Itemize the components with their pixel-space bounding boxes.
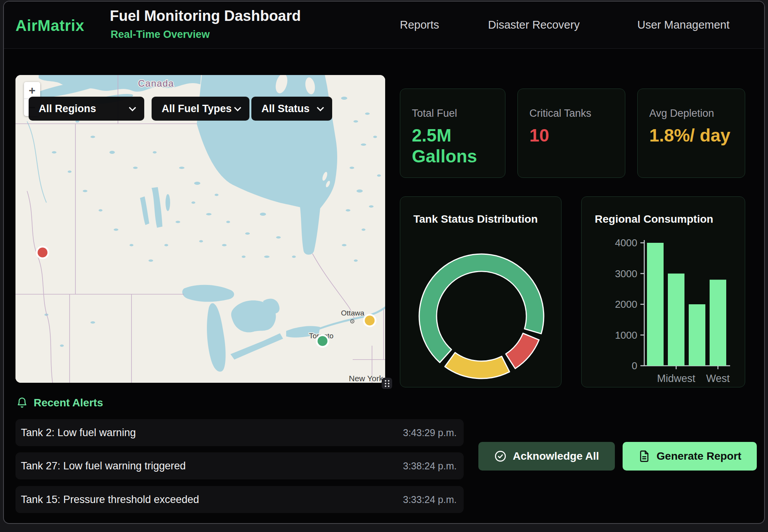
alert-timestamp: 3:43:29 p.m. <box>403 427 457 438</box>
app-header: AirMatrix Fuel Monitoring Dashboard Real… <box>4 2 764 49</box>
kpi-value: 1.8%/ day <box>649 125 732 146</box>
y-tick-label: 2000 <box>615 298 637 310</box>
tank-status-chart-card: Tank Status Distribution <box>400 196 561 387</box>
alert-row[interactable]: Tank 2: Low fuel warning 3:43:29 p.m. <box>15 419 464 446</box>
bar-0 <box>647 243 664 366</box>
kpi-total-fuel: Total Fuel 2.5M Gallons <box>400 89 505 178</box>
kpi-label: Total Fuel <box>412 107 493 119</box>
alerts-heading-label: Recent Alerts <box>34 397 103 409</box>
kpi-avg-depletion: Avg Depletion 1.8%/ day <box>637 89 745 178</box>
tank-marker-normal[interactable] <box>317 335 328 347</box>
chart-title: Tank Status Distribution <box>413 213 538 225</box>
chevron-down-icon <box>129 104 136 111</box>
map-label-new-york: New York <box>349 374 383 383</box>
kpi-value: 10 <box>529 125 613 146</box>
fuel-type-filter-value: All Fuel Types <box>162 103 232 115</box>
fuel-type-filter-dropdown[interactable]: All Fuel Types <box>152 97 249 121</box>
y-tick-label: 1000 <box>615 329 637 341</box>
map[interactable]: Canada Ottawa Toronto New York + − All R… <box>15 75 385 383</box>
tank-marker-critical[interactable] <box>37 247 48 258</box>
circle-check-icon <box>494 450 507 462</box>
x-tick-label: West <box>706 373 730 384</box>
donut-segment-red <box>506 333 539 368</box>
grip-dots-icon <box>385 380 389 387</box>
bar-chart: 01000200030004000MidwestWest <box>582 197 746 388</box>
region-filter-dropdown[interactable]: All Regions <box>29 97 144 121</box>
status-filter-dropdown[interactable]: All Status <box>251 97 332 121</box>
bar-2 <box>689 304 705 366</box>
y-tick-label: 3000 <box>615 268 637 280</box>
bar-3 <box>710 280 726 366</box>
bell-icon <box>16 397 28 409</box>
app-window: AirMatrix Fuel Monitoring Dashboard Real… <box>3 1 765 524</box>
kpi-label: Avg Depletion <box>649 107 733 119</box>
alert-timestamp: 3:33:24 p.m. <box>403 494 457 505</box>
kpi-critical-tanks: Critical Tanks 10 <box>517 89 625 178</box>
x-tick-label: Midwest <box>657 373 696 384</box>
nav-user-management[interactable]: User Management <box>637 19 730 31</box>
acknowledge-all-button[interactable]: Acknowledge All <box>478 442 615 471</box>
alert-row[interactable]: Tank 15: Pressure threshold exceeded 3:3… <box>15 486 464 513</box>
status-filter-value: All Status <box>261 103 310 115</box>
kpi-label: Critical Tanks <box>529 107 613 119</box>
regional-consumption-chart-card: Regional Consumption 01000200030004000Mi… <box>581 196 745 387</box>
page-subtitle: Real-Time Overview <box>111 29 210 41</box>
donut-segment-yellow <box>445 353 509 379</box>
brand-logo: AirMatrix <box>15 17 84 34</box>
acknowledge-all-label: Acknowledge All <box>513 450 599 462</box>
generate-report-label: Generate Report <box>657 450 741 462</box>
desktop-background: AirMatrix Fuel Monitoring Dashboard Real… <box>0 0 768 532</box>
kpi-value: 2.5M Gallons <box>412 125 493 167</box>
bar-1 <box>668 274 684 366</box>
alert-row[interactable]: Tank 27: Low fuel warning triggered 3:38… <box>15 452 464 479</box>
alert-timestamp: 3:38:24 p.m. <box>403 460 457 472</box>
chevron-down-icon <box>317 104 324 111</box>
tank-marker-warning[interactable] <box>364 315 375 326</box>
nav-reports[interactable]: Reports <box>400 19 439 31</box>
region-filter-value: All Regions <box>39 103 96 115</box>
y-tick-label: 4000 <box>615 237 637 249</box>
map-canvas[interactable]: Canada Ottawa Toronto New York <box>15 75 385 383</box>
report-document-icon <box>638 450 650 462</box>
donut-chart <box>400 234 562 388</box>
map-label-ottawa: Ottawa <box>341 309 365 317</box>
page-title: Fuel Monitoring Dashboard <box>110 8 301 24</box>
chevron-down-icon <box>234 104 241 111</box>
alerts-heading: Recent Alerts <box>16 397 103 409</box>
alert-message: Tank 27: Low fuel warning triggered <box>21 460 186 472</box>
map-label-country: Canada <box>138 78 174 89</box>
alert-message: Tank 2: Low fuel warning <box>21 427 136 439</box>
y-tick-label: 0 <box>632 360 637 372</box>
alert-message: Tank 15: Pressure threshold exceeded <box>21 494 199 506</box>
nav-disaster-recovery[interactable]: Disaster Recovery <box>488 19 580 31</box>
map-resize-handle[interactable] <box>382 378 392 389</box>
generate-report-button[interactable]: Generate Report <box>623 442 757 471</box>
